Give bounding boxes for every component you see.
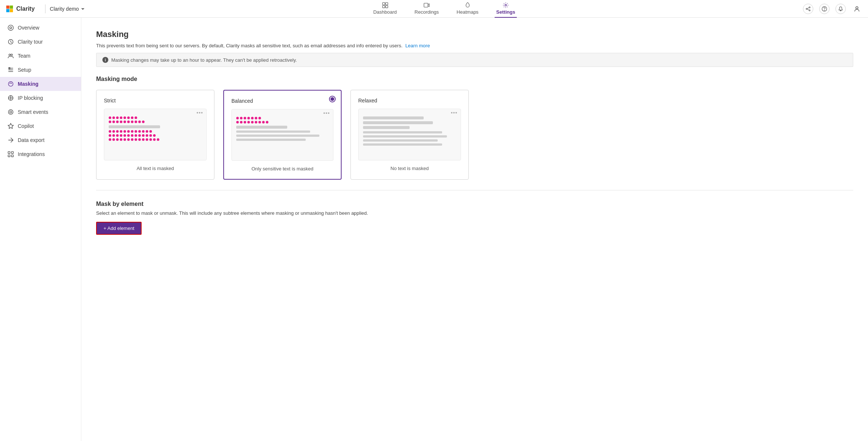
settings-icon <box>502 2 509 9</box>
sidebar-label-data-export: Data export <box>18 137 44 143</box>
svg-rect-3 <box>10 9 13 12</box>
sidebar-label-overview: Overview <box>18 25 39 31</box>
three-dots-balanced <box>323 112 329 114</box>
top-navigation: Clarity Clarity demo Dashboard Recording… <box>0 0 868 18</box>
tab-heatmaps-label: Heatmaps <box>457 9 478 15</box>
svg-point-18 <box>9 54 11 56</box>
integrations-icon <box>7 151 14 157</box>
sidebar-item-copilot[interactable]: Copilot <box>0 119 81 133</box>
sidebar-item-smart-events[interactable]: Smart events <box>0 105 81 119</box>
sidebar-label-clarity-tour: Clarity tour <box>18 39 43 45</box>
notifications-icon-btn[interactable] <box>835 4 846 14</box>
microsoft-logo <box>6 5 13 13</box>
svg-point-10 <box>809 7 810 8</box>
sidebar-label-integrations: Integrations <box>18 151 45 157</box>
balanced-title: Balanced <box>231 98 333 104</box>
tab-settings[interactable]: Settings <box>495 0 516 18</box>
svg-rect-6 <box>382 6 384 8</box>
section-divider <box>96 190 853 190</box>
copilot-icon <box>7 123 14 129</box>
info-icon: i <box>102 57 108 63</box>
topnav-actions <box>803 4 862 14</box>
learn-more-link[interactable]: Learn more <box>405 43 430 48</box>
strict-title: Strict <box>104 98 207 104</box>
mask-card-strict[interactable]: Strict <box>96 90 214 180</box>
masking-mode-title: Masking mode <box>96 76 853 82</box>
svg-point-19 <box>11 54 13 56</box>
balanced-radio <box>329 96 336 102</box>
svg-rect-25 <box>8 152 10 153</box>
sidebar-label-team: Team <box>18 53 30 59</box>
brand-logo: Clarity <box>6 5 35 13</box>
svg-point-14 <box>824 10 825 10</box>
svg-point-17 <box>10 27 11 28</box>
masking-icon <box>7 81 14 87</box>
sidebar-item-data-export[interactable]: Data export <box>0 133 81 147</box>
relaxed-title: Relaxed <box>358 98 461 104</box>
data-export-icon <box>7 137 14 143</box>
sidebar-item-masking[interactable]: Masking <box>0 77 81 91</box>
sidebar-item-ip-blocking[interactable]: IP blocking <box>0 91 81 105</box>
svg-rect-2 <box>6 9 10 12</box>
svg-rect-1 <box>10 5 13 9</box>
sidebar-item-clarity-tour[interactable]: Clarity tour <box>0 35 81 49</box>
relaxed-illustration <box>358 109 461 160</box>
overview-icon <box>7 24 14 31</box>
mask-by-element-desc: Select an element to mask or unmask. Thi… <box>96 210 853 216</box>
svg-point-9 <box>505 4 507 6</box>
clarity-brand: Clarity <box>16 6 35 12</box>
mask-card-relaxed[interactable]: Relaxed No text is masked <box>350 90 469 180</box>
info-text: Masking changes may take up to an hour t… <box>111 57 297 63</box>
share-icon-btn[interactable] <box>803 4 813 14</box>
svg-rect-0 <box>6 5 10 9</box>
sidebar-label-masking: Masking <box>18 81 38 87</box>
sidebar-item-overview[interactable]: Overview <box>0 21 81 35</box>
mask-card-balanced[interactable]: Balanced <box>223 90 342 180</box>
svg-point-15 <box>856 7 858 9</box>
nav-tabs: Dashboard Recordings Heatmaps Settings <box>85 0 803 18</box>
svg-point-11 <box>806 8 807 9</box>
page-title: Masking <box>96 30 853 39</box>
balanced-illustration <box>231 109 333 161</box>
ip-blocking-icon <box>7 95 14 101</box>
sidebar-label-smart-events: Smart events <box>18 109 48 115</box>
svg-point-16 <box>8 25 13 30</box>
sidebar-label-copilot: Copilot <box>18 123 34 129</box>
project-selector[interactable]: Clarity demo <box>50 6 86 12</box>
svg-rect-4 <box>382 3 384 5</box>
user-avatar-btn[interactable] <box>852 4 862 14</box>
chevron-down-icon <box>80 6 85 11</box>
dashboard-icon <box>382 2 389 9</box>
team-icon <box>7 52 14 59</box>
svg-point-12 <box>809 10 810 11</box>
svg-rect-26 <box>11 152 13 153</box>
sidebar-item-integrations[interactable]: Integrations <box>0 147 81 161</box>
tab-recordings-label: Recordings <box>414 9 439 15</box>
nav-divider <box>45 4 45 13</box>
tab-settings-label: Settings <box>496 9 515 15</box>
main-content: Masking This prevents text from being se… <box>81 18 868 441</box>
svg-rect-8 <box>424 3 428 7</box>
page-description: This prevents text from being sent to ou… <box>96 43 853 48</box>
svg-rect-5 <box>385 3 387 5</box>
svg-point-21 <box>9 82 13 86</box>
tab-dashboard-label: Dashboard <box>373 9 397 15</box>
add-element-button[interactable]: + Add element <box>96 222 142 235</box>
tab-dashboard[interactable]: Dashboard <box>372 0 399 18</box>
tab-heatmaps[interactable]: Heatmaps <box>455 0 480 18</box>
project-name: Clarity demo <box>50 6 79 12</box>
help-icon-btn[interactable] <box>819 4 830 14</box>
tab-recordings[interactable]: Recordings <box>413 0 440 18</box>
sidebar-item-setup[interactable]: Setup <box>0 63 81 77</box>
sidebar-item-team[interactable]: Team <box>0 49 81 63</box>
info-banner: i Masking changes may take up to an hour… <box>96 53 853 67</box>
main-layout: Overview Clarity tour Team Setup <box>0 18 868 441</box>
three-dots-strict <box>197 112 203 113</box>
svg-rect-7 <box>385 6 387 8</box>
balanced-desc: Only sensitive text is masked <box>231 166 333 172</box>
setup-icon <box>7 67 14 73</box>
heatmaps-icon <box>464 2 471 9</box>
sidebar-label-setup: Setup <box>18 67 31 73</box>
masking-mode-cards: Strict <box>96 90 853 180</box>
three-dots-relaxed <box>451 112 457 113</box>
